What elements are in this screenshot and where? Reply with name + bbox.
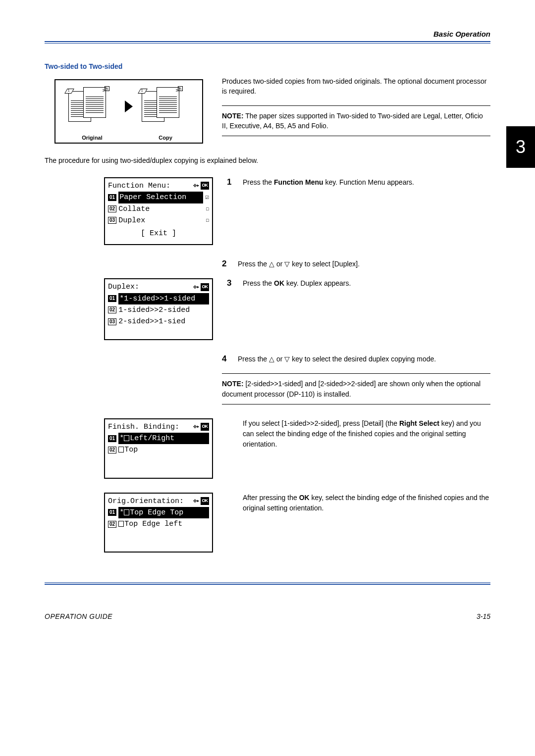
arrow-icon [125,101,133,112]
note1-text: The paper sizes supported in Two-sided t… [222,112,483,130]
lcd1-row3-text: Duplex [118,215,204,226]
step4-text: Press the △ or ▽ key to select the desir… [238,354,490,364]
nav-ok-icon-2: ✥▸OK [193,283,209,292]
header-rule-thin [45,43,490,44]
note-block-2: NOTE: [2-sided>>1-sided] and [2-sided>>2… [222,373,490,404]
lcd2-row2-num: 02 [108,306,116,313]
header-section: Basic Operation [45,30,490,40]
section-title: Two-sided to Two-sided [45,62,490,70]
select-detail-text: If you select [1-sided>>2-sided], press … [227,418,490,450]
lcd4-title: Orig.Orientation: [108,496,184,507]
binding-top-icon [118,447,124,453]
lcd1-row1-num: 01 [108,194,116,201]
orient-top-icon [124,509,129,515]
step3-number: 3 [227,278,236,288]
step4-number: 4 [222,354,231,364]
note-block-1: NOTE: The paper sizes supported in Two-s… [222,105,490,137]
note1-label: NOTE: [222,112,244,120]
lcd1-row2-num: 02 [108,205,116,212]
lcd2-row2-text: 1-sided>>2-sided [118,304,209,316]
lcd4-row1-text: *Top Edge Top [118,507,209,518]
step2-text: Press the △ or ▽ key to select [Duplex]. [238,259,490,269]
duplex-diagram: 1 3 3 5 1 3 3 [54,79,203,144]
header-rule-thick [45,41,490,42]
nav-ok-icon-3: ✥▸OK [193,422,209,432]
square-icon: ☐ [206,205,209,213]
lcd3-title: Finish. Binding: [108,421,179,433]
lcd3-row1-num: 01 [108,435,116,442]
lcd1-title: Function Menu: [108,180,170,192]
footer-rule-thin [45,582,490,583]
diagram-copy-label: Copy [136,135,195,141]
lcd2-row1-text: *1-sided>>1-sided [118,293,209,304]
procedure-intro: The procedure for using two-sided/duplex… [45,156,490,164]
lcd2-row3-num: 03 [108,318,116,325]
lcd2-row3-text: 2-sided>>1-sied [118,316,209,327]
binding-lr-icon [124,435,129,441]
lcd1-exit: [ Exit ] [108,226,209,239]
lcd1-row3-num: 03 [108,217,116,224]
intro-text: Produces two-sided copies from two-sided… [222,76,490,97]
lcd3-row1-text: *Left/Right [118,433,209,444]
lcd3-row2-text: Top [118,444,209,455]
lcd1-row1-text: Paper Selection [118,192,203,203]
nav-ok-icon: ✥▸OK [193,181,209,191]
diagram-original-label: Original [62,135,122,141]
square-icon-2: ☐ [206,216,209,225]
note2-text: [2-sided>>1-sided] and [2-sided>>2-sided… [222,380,481,398]
chapter-tab: 3 [506,126,535,168]
check-icon: ☑ [205,193,209,202]
lcd4-row2-num: 02 [108,521,116,528]
step1-number: 1 [227,177,236,187]
dup-num-r: 5 [178,86,183,91]
step1-text: Press the Function Menu key. Function Me… [243,177,490,188]
dup-num-l: 5 [105,86,109,91]
lcd1-row2-text: Collate [118,203,204,215]
lcd2-row1-num: 01 [108,295,116,302]
footer-page: 3-15 [477,612,490,620]
orient-left-icon [118,521,124,527]
lcd-finish-binding: Finish. Binding: ✥▸OK 01 *Left/Right 02 … [104,418,213,479]
note2-label: NOTE: [222,380,244,388]
footer-guide: OPERATION GUIDE [45,612,112,620]
step2-number: 2 [222,259,231,269]
lcd4-row1-num: 01 [108,509,116,516]
step3-text: Press the OK key. Duplex appears. [243,278,490,289]
fold-num-r1: 1 [141,89,143,92]
lcd4-row2-text: Top Edge left [118,518,209,530]
lcd-orig-orientation: Orig.Orientation: ✥▸OK 01 *Top Edge Top … [104,493,213,553]
footer-rule-thick [45,584,490,585]
lcd-duplex: Duplex: ✥▸OK 01 *1-sided>>1-sided 02 1-s… [104,278,213,340]
lcd3-row2-num: 02 [108,447,116,454]
lcd-function-menu: Function Menu: ✥▸OK 01 Paper Selection ☑… [104,177,213,245]
nav-ok-icon-4: ✥▸OK [193,497,209,506]
fold-num-l1: 1 [68,89,70,92]
after-ok-text: After pressing the OK key, select the bi… [227,493,490,513]
lcd2-title: Duplex: [108,281,139,293]
